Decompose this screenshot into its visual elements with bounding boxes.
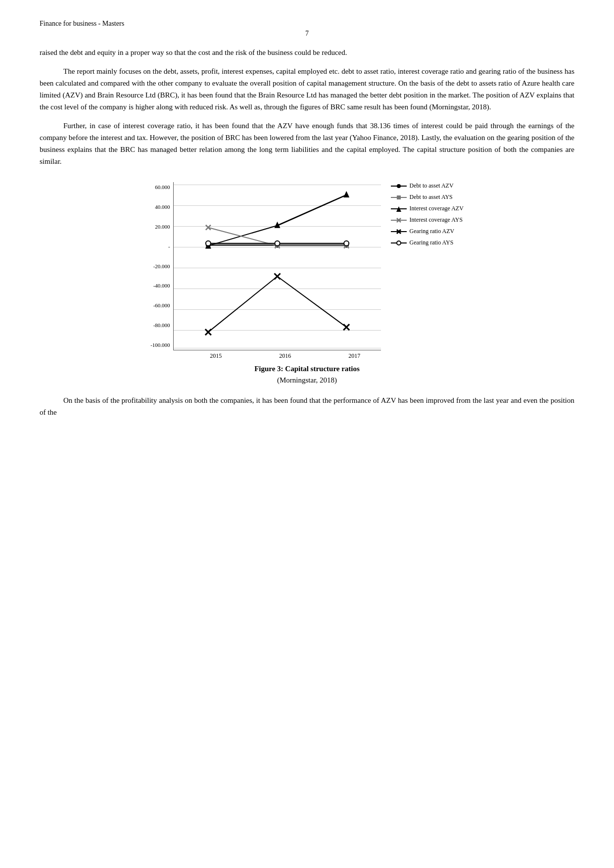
legend-line-6 bbox=[391, 240, 407, 246]
legend-label-4: Interest coverage AYS bbox=[410, 216, 463, 224]
svg-point-37 bbox=[397, 184, 401, 188]
y-label-1: 60.000 bbox=[150, 185, 170, 190]
header-label: Finance for business - Masters bbox=[40, 20, 124, 28]
chart-legend: Debt to asset AZV Debt to asset AYS bbox=[381, 182, 464, 246]
legend-label-1: Debt to asset AZV bbox=[410, 182, 454, 190]
y-label-4: - bbox=[150, 244, 170, 249]
svg-rect-39 bbox=[397, 195, 401, 199]
x-label-2015: 2015 bbox=[210, 352, 222, 360]
y-label-5: -20.000 bbox=[150, 264, 170, 269]
legend-item-2: Debt to asset AYS bbox=[391, 193, 464, 201]
svg-line-11 bbox=[277, 195, 346, 226]
legend-item-4: Interest coverage AYS bbox=[391, 216, 464, 224]
paragraph-3: Further, in case of interest coverage ra… bbox=[40, 120, 574, 167]
y-label-6: -40.000 bbox=[150, 283, 170, 289]
final-paragraph: On the basis of the profitability analys… bbox=[40, 394, 574, 418]
legend-item-5: Gearing ratio AZV bbox=[391, 228, 464, 235]
legend-item-3: Interest coverage AZV bbox=[391, 205, 464, 212]
y-axis-labels: 60.000 40.000 20.000 - -20.000 -40.000 -… bbox=[150, 182, 173, 350]
x-axis-labels: 2015 2016 2017 bbox=[181, 350, 389, 360]
legend-line-1 bbox=[391, 183, 407, 189]
y-label-8: -80.000 bbox=[150, 323, 170, 328]
legend-line-2 bbox=[391, 194, 407, 200]
svg-point-35 bbox=[344, 241, 349, 246]
header: Finance for business - Masters bbox=[40, 20, 574, 28]
y-label-9: -100.000 bbox=[150, 342, 170, 348]
legend-label-2: Debt to asset AYS bbox=[410, 193, 453, 201]
y-label-3: 20.000 bbox=[150, 224, 170, 230]
legend-item-6: Gearing ratio AYS bbox=[391, 239, 464, 246]
chart-outer: 60.000 40.000 20.000 - -20.000 -40.000 -… bbox=[150, 182, 464, 360]
legend-line-4 bbox=[391, 217, 407, 223]
legend-line-3 bbox=[391, 206, 407, 212]
legend-label-3: Interest coverage AZV bbox=[410, 205, 464, 212]
svg-point-33 bbox=[205, 241, 210, 246]
figure-source: (Morningstar, 2018) bbox=[40, 376, 574, 385]
y-label-2: 40.000 bbox=[150, 204, 170, 210]
svg-point-49 bbox=[397, 241, 401, 245]
legend-line-5 bbox=[391, 229, 407, 235]
legend-label-5: Gearing ratio AZV bbox=[410, 228, 455, 235]
chart-area bbox=[173, 182, 381, 350]
figure-caption: Figure 3: Capital structure ratios bbox=[40, 365, 574, 373]
paragraph-2: The report mainly focuses on the debt, a… bbox=[40, 65, 574, 113]
svg-line-23 bbox=[208, 276, 277, 332]
chart-row: 60.000 40.000 20.000 - -20.000 -40.000 -… bbox=[150, 182, 464, 350]
x-label-2016: 2016 bbox=[279, 352, 291, 360]
legend-item-1: Debt to asset AZV bbox=[391, 182, 464, 190]
chart-container: 60.000 40.000 20.000 - -20.000 -40.000 -… bbox=[40, 182, 574, 360]
y-label-7: -60.000 bbox=[150, 303, 170, 308]
chart-svg bbox=[174, 182, 381, 350]
x-label-2017: 2017 bbox=[348, 352, 360, 360]
svg-marker-14 bbox=[343, 191, 349, 197]
paragraph-1: raised the debt and equity in a proper w… bbox=[40, 47, 574, 58]
svg-point-34 bbox=[275, 241, 280, 246]
legend-label-6: Gearing ratio AYS bbox=[410, 239, 454, 246]
svg-line-24 bbox=[277, 276, 346, 327]
page-number: 7 bbox=[40, 30, 574, 38]
